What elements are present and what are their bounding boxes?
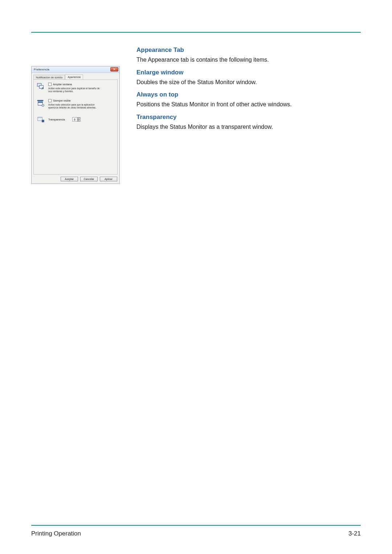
option-always-on-top: Siempre visible Active esta selección pa…	[37, 99, 114, 109]
top-divider	[31, 32, 361, 33]
bottom-divider	[31, 525, 361, 526]
transparency-value: 0	[74, 118, 75, 121]
dialog-body: Notificación de sonido Apariencia	[32, 73, 119, 175]
page-footer: Printing Operation 3-21	[31, 530, 361, 537]
enlarge-description: Active esta selección para duplicar el t…	[48, 87, 103, 93]
tab-sound-notification[interactable]: Notificación de sonido	[33, 75, 65, 80]
footer-page-number: 3-21	[348, 530, 361, 537]
text-column: Appearance Tab The Appearance tab is con…	[136, 44, 361, 184]
close-icon	[113, 68, 116, 71]
enlarge-label: Ampliar ventana	[53, 83, 72, 86]
heading-transparency: Transparency	[136, 114, 361, 121]
always-on-top-label: Siempre visible	[53, 99, 71, 102]
always-on-top-icon	[37, 99, 45, 109]
preferences-dialog: Preferencia Notificación de sonido Apari…	[31, 66, 120, 184]
always-on-top-description: Active esta selección para que la aplica…	[48, 103, 103, 109]
always-on-top-checkbox[interactable]	[48, 99, 52, 102]
dialog-titlebar[interactable]: Preferencia	[32, 66, 119, 73]
dialog-figure: Preferencia Notificación de sonido Apari…	[31, 44, 120, 184]
svg-rect-3	[38, 102, 43, 103]
footer-section: Printing Operation	[31, 530, 81, 537]
appearance-panel: Ampliar ventana Active esta selección pa…	[33, 79, 118, 175]
enlarge-icon	[37, 83, 45, 93]
transparency-spinner[interactable]: 0 ▲ ▼	[72, 117, 81, 122]
ok-button[interactable]: Aceptar	[61, 177, 78, 181]
transparency-label: Transparencia	[48, 118, 65, 121]
svg-rect-4	[37, 100, 44, 101]
tab-strip: Notificación de sonido Apariencia	[33, 74, 118, 79]
svg-point-5	[42, 104, 44, 107]
transparency-icon	[37, 115, 45, 123]
para-appearance: The Appearance tab is contains the follo…	[136, 56, 361, 64]
option-transparency: Transparencia 0 ▲ ▼	[37, 115, 114, 123]
cancel-button[interactable]: Cancelar	[80, 177, 98, 181]
enlarge-checkbox[interactable]	[48, 83, 52, 86]
para-always: Positions the Status Monitor in front of…	[136, 100, 361, 108]
svg-rect-7	[38, 117, 42, 118]
close-button[interactable]	[110, 67, 118, 71]
apply-button[interactable]: Aplicar	[100, 177, 117, 181]
heading-always-on-top: Always on top	[136, 91, 361, 98]
svg-rect-8	[42, 120, 44, 122]
heading-appearance-tab: Appearance Tab	[136, 46, 361, 54]
para-enlarge: Doubles the size of the Status Monitor w…	[136, 78, 361, 86]
tab-appearance[interactable]: Apariencia	[65, 74, 83, 79]
option-enlarge: Ampliar ventana Active esta selección pa…	[37, 83, 114, 93]
spinner-down-icon[interactable]: ▼	[77, 119, 80, 121]
dialog-title: Preferencia	[32, 68, 49, 71]
para-transparency: Displays the Status Monitor as a transpa…	[136, 123, 361, 131]
dialog-button-row: Aceptar Cancelar Aplicar	[32, 175, 119, 184]
heading-enlarge-window: Enlarge window	[136, 69, 361, 76]
content-area: Preferencia Notificación de sonido Apari…	[31, 44, 361, 184]
